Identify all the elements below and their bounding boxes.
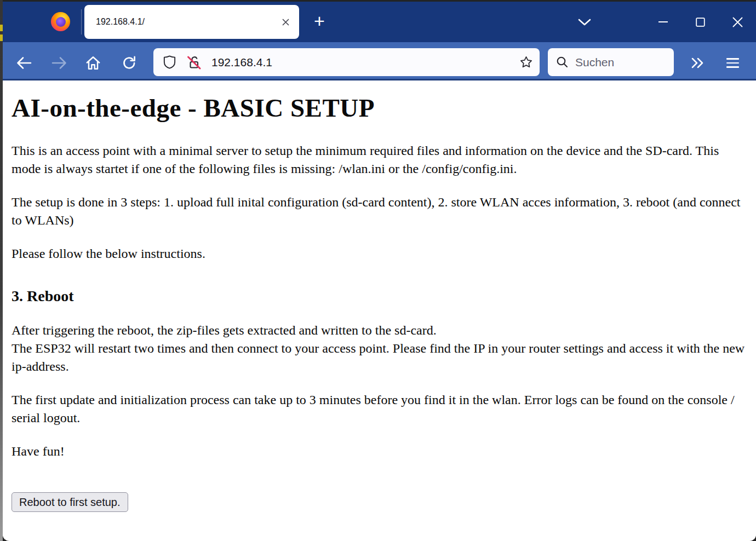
forward-arrow-icon [51, 56, 67, 70]
back-arrow-icon [16, 56, 32, 70]
intro-paragraph-2: The setup is done in 3 steps: 1. upload … [12, 193, 747, 229]
search-box[interactable] [548, 48, 674, 76]
browser-window: 192.168.4.1/ + [3, 0, 756, 541]
reboot-button[interactable]: Reboot to first setup. [12, 492, 128, 512]
back-button[interactable] [12, 51, 36, 75]
maximize-icon [696, 18, 705, 27]
tab-bar: 192.168.4.1/ + [3, 2, 756, 42]
reload-button[interactable] [117, 51, 141, 75]
firefox-logo-icon [51, 12, 70, 31]
intro-paragraph-1: This is an access point with a minimal s… [12, 142, 747, 178]
home-button[interactable] [81, 51, 105, 75]
reboot-description-line-1: After triggering the reboot, the zip-fil… [12, 323, 437, 337]
bookmark-star-icon[interactable] [519, 55, 533, 69]
new-tab-button[interactable]: + [308, 11, 330, 33]
chevron-down-icon [577, 18, 592, 26]
window-controls [644, 2, 756, 42]
hamburger-icon [726, 58, 739, 60]
double-chevron-right-icon [690, 57, 705, 69]
minimize-icon [658, 21, 668, 23]
active-tab[interactable]: 192.168.4.1/ [84, 5, 299, 39]
close-icon [281, 18, 290, 27]
tab-list-dropdown-button[interactable] [572, 10, 597, 34]
insecure-lock-icon[interactable] [186, 55, 202, 70]
page-title: AI-on-the-edge - BASIC SETUP [12, 93, 747, 123]
home-icon [85, 55, 101, 71]
close-window-button[interactable] [719, 2, 756, 42]
url-input[interactable] [210, 55, 519, 70]
minimize-button[interactable] [644, 2, 681, 42]
tracking-shield-icon[interactable] [162, 55, 177, 70]
url-bar[interactable] [153, 48, 540, 76]
maximize-button[interactable] [681, 2, 719, 42]
page-content: AI-on-the-edge - BASIC SETUP This is an … [3, 80, 756, 539]
search-input[interactable] [574, 55, 667, 70]
have-fun-text: Have fun! [12, 442, 747, 461]
intro-paragraph-3: Please follow the below instructions. [12, 245, 747, 263]
reboot-description-line-2: The ESP32 will restart two times and the… [12, 341, 744, 373]
toolbar-overflow-button[interactable] [685, 51, 709, 75]
hamburger-icon [726, 66, 739, 68]
navigation-toolbar [3, 42, 756, 80]
hamburger-icon [726, 62, 739, 64]
forward-button[interactable] [47, 51, 71, 75]
tab-title: 192.168.4.1/ [96, 17, 273, 27]
section-heading-reboot: 3. Reboot [12, 287, 747, 305]
plus-icon: + [314, 11, 325, 30]
tab-separator [81, 9, 82, 34]
reload-icon [121, 55, 138, 71]
timing-note: The first update and initialization proc… [12, 391, 747, 427]
search-icon [556, 56, 569, 68]
tab-close-button[interactable] [277, 14, 294, 30]
close-icon [732, 16, 743, 28]
app-menu-button[interactable] [720, 51, 744, 75]
reboot-description: After triggering the reboot, the zip-fil… [12, 321, 747, 376]
